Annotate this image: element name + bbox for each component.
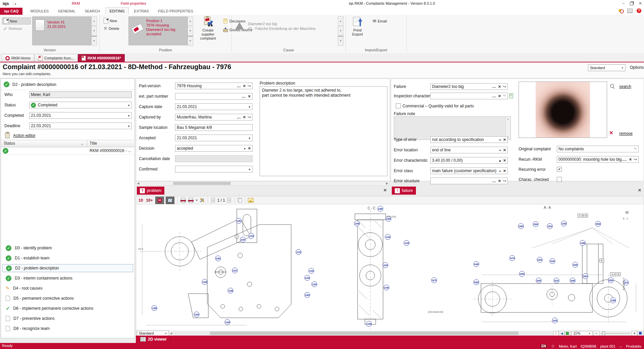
sidebar-item-d1[interactable]: D1 - establish team (2, 254, 133, 262)
balloon-circle-toggle[interactable]: 10 (155, 197, 164, 204)
tab-rkm-0000000016[interactable]: RKM #0000000016* (78, 54, 125, 62)
search-link[interactable]: search (619, 84, 631, 89)
status-dropdown[interactable]: Completed (29, 102, 132, 108)
failure-field[interactable]: Diameter2 too big (430, 83, 508, 90)
error-characteristic-field[interactable]: 3,40 (0,00 / 0,00) (430, 157, 508, 164)
scroll-more-icon[interactable] (187, 36, 193, 46)
sidebar-item-d8[interactable]: D8 - recognize team (2, 325, 133, 333)
chevron-down-icon[interactable] (127, 123, 130, 128)
favorites-star-icon[interactable] (551, 344, 555, 349)
goto-icon[interactable] (248, 84, 251, 88)
goto-icon[interactable] (248, 115, 251, 119)
viewer-horizontal-scrollbar[interactable] (173, 331, 553, 335)
ribbon-tab-editing[interactable]: EDITING (105, 7, 129, 14)
scroll-down-icon[interactable] (187, 26, 193, 36)
fit-back-button[interactable]: ◀ (559, 331, 565, 336)
tab-rkm-home[interactable]: RKM Home (2, 54, 34, 62)
chevron-down-icon[interactable] (248, 104, 251, 109)
tab-failure[interactable]: ! failure (392, 187, 416, 195)
captured-by-field[interactable]: Musterfrau, Martina (175, 114, 253, 120)
create-supplier-complaint-button[interactable]: Create supplier complaint (196, 16, 220, 40)
ribbon-tab-field-properties[interactable]: FIELD PROPERTIES (154, 8, 197, 15)
tools-icon[interactable] (200, 198, 205, 203)
scrollbar-thumb[interactable] (173, 182, 231, 185)
browse-icon[interactable] (492, 94, 496, 98)
position-delete-button[interactable]: Delete (102, 26, 127, 31)
cause-scroll[interactable] (338, 16, 343, 46)
type-of-error-dropdown[interactable]: not according to specification (430, 136, 508, 143)
search-icon[interactable] (610, 84, 615, 89)
minimize-button[interactable]: – (622, 1, 625, 6)
email-button[interactable]: Email (371, 18, 397, 24)
scroll-left-icon[interactable]: ◀ (137, 182, 139, 185)
chevron-down-icon[interactable] (248, 136, 251, 140)
clear-icon[interactable] (243, 115, 246, 119)
status-table-header[interactable]: Status Title (1, 140, 134, 147)
chevron-down-icon[interactable] (499, 168, 501, 173)
close-problem-icon[interactable] (383, 188, 387, 193)
sidebar-item-d5[interactable]: D5 - permanent corrective actions (2, 294, 133, 302)
inspection-characteristic-field[interactable] (430, 93, 508, 99)
failure-photo[interactable] (519, 82, 607, 138)
scroll-up-icon[interactable] (338, 16, 343, 26)
close-button[interactable]: ✕ (639, 1, 642, 6)
table-row[interactable]: RKM #0000000016 - ... (1, 147, 134, 155)
confirmed-dropdown[interactable] (175, 166, 253, 172)
scrollbar-thumb[interactable] (210, 332, 519, 335)
position-new-button[interactable]: New (102, 17, 127, 24)
zoom-level-select[interactable]: 11% (571, 331, 593, 336)
sidebar-item-d0[interactable]: D0 - identify problem (2, 244, 133, 252)
deadline-date-dropdown[interactable]: 22.03.2021 (29, 122, 132, 129)
position-gallery-scroll[interactable] (187, 16, 193, 46)
version-gallery[interactable]: Version #1 21.03.2021 (32, 16, 91, 45)
browse-icon[interactable] (242, 94, 246, 99)
problem-description-textarea[interactable]: Diameter 2 is too large, spec not adhere… (260, 86, 387, 176)
action-editor-link[interactable]: Action editor (13, 133, 36, 138)
who-field[interactable]: Meier, Karl (29, 91, 132, 98)
sample-location-field[interactable]: Bau 5 Megamat 4/9 (175, 124, 253, 131)
view-standard-select[interactable]: Standard (588, 64, 626, 71)
print-settings-icon[interactable] (188, 198, 194, 203)
error-location-dropdown[interactable]: end of line (430, 147, 508, 153)
remove-x-icon[interactable] (609, 130, 613, 136)
original-complaint-field[interactable]: No complaints (557, 146, 639, 152)
tab-2d-viewer[interactable]: 2D viewer (137, 336, 170, 343)
scroll-down-icon[interactable] (338, 26, 343, 36)
restore-button[interactable] (630, 2, 633, 5)
drawing-view-select[interactable]: Standard (137, 331, 169, 336)
recurring-error-checkbox[interactable] (557, 167, 562, 172)
characteristic-sheet-icon[interactable] (509, 93, 513, 98)
chevron-down-icon[interactable] (499, 148, 501, 152)
tab-problem[interactable]: ? problem (137, 187, 164, 195)
scroll-up-icon[interactable] (91, 16, 97, 26)
decision-dropdown[interactable]: accepted (175, 145, 253, 152)
sidebar-item-d2[interactable]: D2 - problem description (2, 264, 133, 272)
scroll-more-icon[interactable] (338, 36, 343, 46)
clear-icon[interactable] (503, 158, 506, 163)
context-tab-field-properties[interactable]: Field properties (121, 1, 146, 5)
version-new-button[interactable]: New (2, 17, 31, 24)
clear-icon[interactable] (503, 168, 506, 173)
browse-icon[interactable] (623, 157, 627, 162)
balloon-10plus-button[interactable]: 10+ (145, 198, 153, 203)
chevron-down-icon[interactable] (127, 103, 130, 107)
error-structure-field[interactable] (430, 178, 508, 184)
clear-icon[interactable] (503, 148, 506, 152)
capture-date-dropdown[interactable]: 21.03.2021 (175, 103, 253, 110)
previous-page-icon[interactable] (211, 198, 216, 203)
browse-icon[interactable] (492, 84, 496, 89)
clear-icon[interactable] (498, 94, 501, 98)
scroll-right-icon[interactable]: ▶ (386, 182, 388, 185)
clear-icon[interactable] (498, 179, 501, 183)
column-status[interactable]: Status (4, 141, 15, 146)
position-gallery[interactable]: Position 1 7976 Housing Diameter2 too bi… (128, 16, 187, 45)
scroll-more-icon[interactable] (91, 36, 97, 46)
copy-icon[interactable] (237, 198, 242, 203)
part-version-field[interactable]: 7976 Housing (175, 83, 253, 89)
zoom-out-button[interactable]: − (594, 331, 599, 336)
clear-icon[interactable] (503, 137, 506, 142)
options-menu[interactable]: Options (630, 65, 644, 70)
commercial-checkbox[interactable] (396, 103, 401, 108)
clear-icon[interactable] (629, 157, 632, 162)
ext-part-number-field[interactable] (175, 93, 253, 100)
